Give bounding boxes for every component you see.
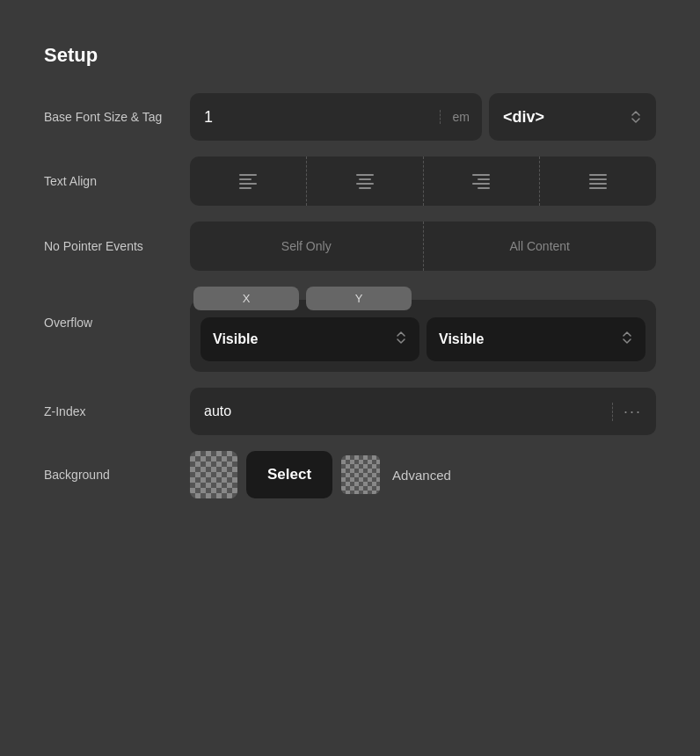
align-right-button[interactable]: [424, 156, 541, 206]
align-right-icon: [472, 174, 490, 189]
text-align-controls: [190, 156, 656, 206]
zindex-label: Z-Index: [44, 403, 176, 419]
align-center-button[interactable]: [307, 156, 424, 206]
overflow-selects-row: Visible Visible: [190, 300, 656, 372]
overflow-x-chevron-icon: [395, 330, 407, 349]
text-align-label: Text Align: [44, 173, 176, 189]
font-size-unit: em: [440, 110, 482, 124]
overflow-y-chevron-icon: [621, 330, 633, 349]
pointer-events-row: No Pointer Events Self Only All Content: [44, 222, 656, 271]
tag-select-box[interactable]: <div>: [489, 93, 656, 141]
all-content-button[interactable]: All Content: [424, 222, 657, 271]
overflow-x-value: Visible: [213, 331, 395, 347]
pointer-events-controls: Self Only All Content: [190, 222, 656, 271]
overflow-row: Overflow X Y Visible Visible: [44, 287, 656, 372]
text-align-row: Text Align: [44, 156, 656, 206]
overflow-section: X Y Visible Visible: [190, 287, 656, 372]
background-label: Background: [44, 467, 176, 483]
pointer-events-box: Self Only All Content: [190, 222, 656, 271]
align-justify-icon: [589, 174, 607, 189]
text-align-box: [190, 156, 656, 206]
font-size-controls: em <div>: [190, 93, 656, 141]
pointer-events-label: No Pointer Events: [44, 238, 176, 254]
font-size-input[interactable]: [190, 108, 440, 127]
overflow-y-value: Visible: [439, 331, 621, 347]
background-select-button[interactable]: Select: [246, 451, 332, 498]
background-row: Background Select Advanced: [44, 451, 656, 498]
background-advanced-label: Advanced: [392, 468, 451, 483]
font-size-row: Base Font Size & Tag em <div>: [44, 93, 656, 141]
overflow-label: Overflow: [44, 287, 176, 331]
overflow-x-label: X: [193, 287, 299, 310]
zindex-dots-button[interactable]: ···: [612, 403, 642, 421]
tag-chevron-icon: [630, 109, 642, 125]
setup-panel: Setup Base Font Size & Tag em <div> Text…: [18, 18, 682, 541]
font-size-label: Base Font Size & Tag: [44, 109, 176, 125]
overflow-y-label: Y: [306, 287, 412, 310]
panel-title: Setup: [44, 44, 656, 67]
overflow-y-select[interactable]: Visible: [427, 317, 645, 361]
align-center-icon: [356, 174, 374, 189]
background-checker-small[interactable]: [341, 455, 380, 494]
align-justify-button[interactable]: [540, 156, 656, 206]
font-size-input-box[interactable]: em: [190, 93, 482, 141]
overflow-labels-row: X Y: [190, 287, 656, 310]
self-only-button[interactable]: Self Only: [190, 222, 424, 271]
align-left-button[interactable]: [190, 156, 307, 206]
zindex-box: ···: [190, 388, 656, 435]
tag-select-label: <div>: [503, 108, 621, 127]
background-controls: Select Advanced: [190, 451, 656, 498]
background-checker-large: [190, 451, 237, 498]
overflow-x-select[interactable]: Visible: [201, 317, 419, 361]
align-left-icon: [239, 174, 257, 189]
zindex-row: Z-Index ···: [44, 388, 656, 435]
zindex-controls: ···: [190, 388, 656, 435]
zindex-input[interactable]: [204, 403, 612, 419]
